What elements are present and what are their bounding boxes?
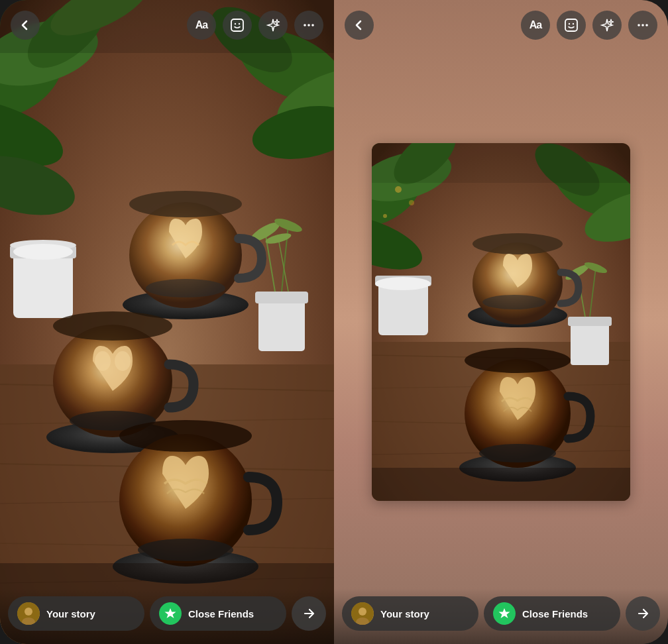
svg-point-53 bbox=[25, 608, 32, 616]
right-content-area bbox=[334, 0, 668, 644]
svg-point-49 bbox=[304, 24, 306, 27]
svg-point-92 bbox=[573, 23, 574, 25]
right-tools-right: Aa bbox=[521, 11, 657, 40]
story-image-frame bbox=[372, 143, 630, 501]
right-effects-button[interactable] bbox=[592, 11, 622, 40]
story-avatar bbox=[17, 602, 40, 625]
svg-rect-89 bbox=[372, 143, 630, 183]
left-phone-panel: Aa bbox=[0, 0, 334, 644]
svg-point-95 bbox=[645, 24, 648, 27]
svg-point-33 bbox=[146, 279, 225, 297]
left-bottom-bar: Your story Close Friends bbox=[0, 588, 334, 644]
right-close-friends-icon bbox=[493, 602, 516, 625]
svg-point-17 bbox=[13, 244, 73, 260]
svg-rect-22 bbox=[258, 298, 305, 351]
right-face-sticker-button[interactable] bbox=[557, 11, 586, 40]
right-more-options-button[interactable] bbox=[628, 11, 657, 40]
your-story-button[interactable]: Your story bbox=[8, 596, 144, 631]
right-back-button[interactable] bbox=[345, 11, 374, 40]
back-button[interactable] bbox=[11, 11, 40, 40]
right-text-tool-button[interactable]: Aa bbox=[521, 11, 550, 40]
right-phone-panel: Aa bbox=[334, 0, 668, 644]
svg-point-94 bbox=[641, 24, 644, 27]
svg-point-42 bbox=[119, 420, 252, 452]
svg-point-91 bbox=[569, 23, 570, 25]
svg-rect-74 bbox=[571, 322, 609, 365]
left-toolbar: Aa bbox=[0, 0, 334, 48]
right-story-avatar bbox=[351, 602, 374, 625]
svg-point-83 bbox=[482, 295, 546, 309]
svg-rect-90 bbox=[565, 19, 577, 31]
svg-point-86 bbox=[465, 348, 571, 373]
background-image bbox=[0, 0, 334, 644]
svg-point-66 bbox=[409, 200, 414, 205]
close-friends-label: Close Friends bbox=[188, 608, 254, 619]
next-button[interactable] bbox=[292, 596, 326, 631]
svg-point-51 bbox=[311, 24, 314, 27]
svg-rect-88 bbox=[372, 468, 630, 501]
svg-rect-14 bbox=[13, 252, 73, 318]
svg-point-37 bbox=[95, 351, 111, 371]
svg-point-50 bbox=[307, 24, 310, 27]
right-your-story-button[interactable]: Your story bbox=[342, 596, 478, 631]
svg-point-48 bbox=[239, 23, 240, 25]
svg-point-70 bbox=[375, 277, 431, 290]
svg-point-38 bbox=[115, 351, 131, 371]
svg-point-82 bbox=[473, 233, 563, 254]
right-toolbar: Aa bbox=[334, 0, 668, 48]
right-close-friends-label: Close Friends bbox=[522, 608, 588, 619]
effects-button[interactable] bbox=[258, 11, 288, 40]
svg-rect-46 bbox=[231, 19, 243, 31]
right-close-friends-button[interactable]: Close Friends bbox=[484, 596, 620, 631]
right-text-tool-icon: Aa bbox=[529, 19, 541, 31]
face-sticker-button[interactable] bbox=[223, 11, 252, 40]
svg-point-47 bbox=[235, 23, 236, 25]
svg-point-43 bbox=[138, 539, 233, 561]
svg-point-65 bbox=[395, 186, 402, 193]
text-tool-button[interactable]: Aa bbox=[187, 11, 216, 40]
right-tools: Aa bbox=[187, 11, 323, 40]
svg-point-97 bbox=[359, 608, 366, 616]
svg-point-36 bbox=[53, 311, 172, 341]
svg-point-32 bbox=[129, 191, 242, 217]
text-tool-icon: Aa bbox=[195, 19, 207, 31]
svg-rect-75 bbox=[568, 317, 612, 326]
svg-point-93 bbox=[638, 24, 640, 27]
your-story-label: Your story bbox=[46, 608, 95, 619]
svg-point-87 bbox=[479, 444, 556, 462]
right-bottom-bar: Your story Close Friends bbox=[334, 588, 668, 644]
svg-point-67 bbox=[383, 214, 387, 218]
right-next-button[interactable] bbox=[626, 596, 660, 631]
right-your-story-label: Your story bbox=[380, 608, 429, 619]
svg-rect-23 bbox=[255, 292, 308, 303]
close-friends-icon bbox=[159, 602, 182, 625]
svg-rect-68 bbox=[378, 282, 428, 335]
more-options-button[interactable] bbox=[294, 11, 323, 40]
close-friends-button[interactable]: Close Friends bbox=[150, 596, 286, 631]
